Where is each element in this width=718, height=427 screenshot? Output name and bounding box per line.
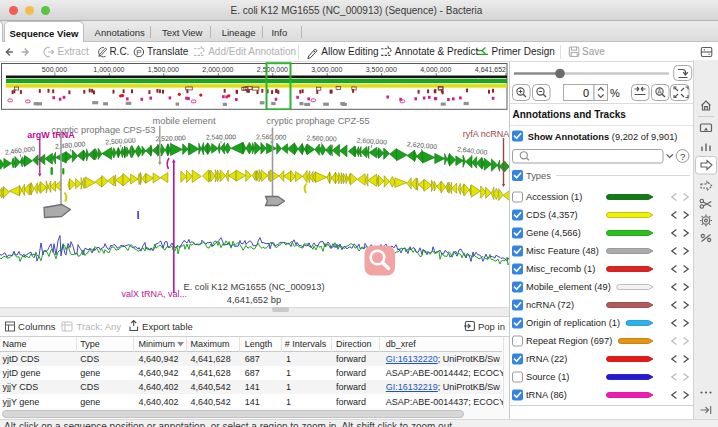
svg-text:2,560,000: 2,560,000 [256,133,287,140]
svg-text:2,460,000: 2,460,000 [4,145,35,156]
svg-text:Types: Types [526,171,551,181]
svg-text:2,540,000: 2,540,000 [206,133,237,140]
svg-text:3,500,000: 3,500,000 [366,66,397,73]
svg-text:Mobile_element (49): Mobile_element (49) [526,282,611,292]
svg-text:4,641,652 bp: 4,641,652 bp [227,295,281,305]
svg-text:1,000,000: 1,000,000 [93,66,124,73]
svg-text:P: P [136,48,141,57]
svg-text:4,641,652: 4,641,652 [475,66,506,73]
svg-text:2,620,000: 2,620,000 [407,140,438,150]
svg-text:Accession (1): Accession (1) [526,192,582,202]
svg-text:ncRNA (72): ncRNA (72) [526,300,574,310]
svg-text:Annotations and Tracks: Annotations and Tracks [513,109,627,120]
svg-text:2,580,000: 2,580,000 [306,134,337,142]
svg-text:2,600,000: 2,600,000 [356,137,387,146]
svg-text:cryptic prophage CPZ-55: cryptic prophage CPZ-55 [266,116,369,126]
svg-text:Origin of replication (1): Origin of replication (1) [526,318,620,328]
svg-text:A: A [657,88,662,95]
svg-text:ryfA ncRNA: ryfA ncRNA [463,129,510,139]
svg-text:valX tRNA, val...: valX tRNA, val... [121,289,187,299]
svg-text:%: % [610,87,620,99]
svg-text:3,000,000: 3,000,000 [311,66,342,73]
svg-text:rRNA (22): rRNA (22) [526,354,567,364]
svg-text:mobile element: mobile element [152,116,215,126]
svg-text:argW tRNA: argW tRNA [27,130,75,140]
svg-text:2,480,000: 2,480,000 [55,140,86,150]
svg-text:1,500,000: 1,500,000 [148,66,179,73]
svg-text:Misc_recomb (1): Misc_recomb (1) [526,264,595,274]
svg-text:(9,202 of 9,901): (9,202 of 9,901) [612,132,678,142]
svg-text:Misc Feature (48): Misc Feature (48) [526,246,599,256]
svg-text:E. coli K12 MG1655 (NC_000913): E. coli K12 MG1655 (NC_000913) [183,282,324,292]
svg-text:0: 0 [583,87,589,99]
svg-text:2,640,000: 2,640,000 [457,145,488,156]
svg-text:?: ? [680,151,685,162]
svg-text:Source (1): Source (1) [526,372,569,382]
svg-text:500,000: 500,000 [42,66,67,73]
svg-text:CDS (4,357): CDS (4,357) [526,210,578,220]
svg-text:Gene (4,566): Gene (4,566) [526,228,581,238]
svg-text:2,500,000: 2,500,000 [105,136,136,145]
svg-text:2,500,000: 2,500,000 [257,66,288,73]
svg-text:Show Annotations: Show Annotations [528,132,609,142]
svg-text:tRNA (86): tRNA (86) [526,390,567,400]
svg-text:2,000,000: 2,000,000 [202,66,233,73]
svg-text:4,000,000: 4,000,000 [420,66,451,73]
svg-text:Repeat Region (697): Repeat Region (697) [526,336,612,346]
